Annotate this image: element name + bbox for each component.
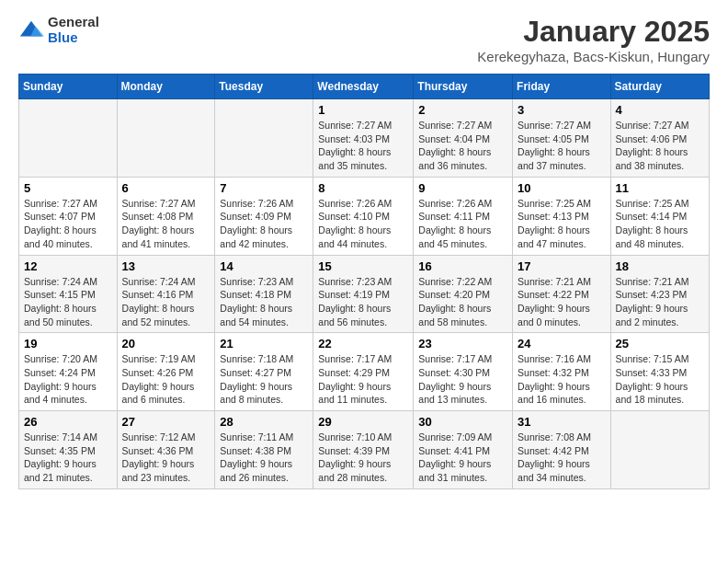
day-number: 30 xyxy=(418,415,507,429)
calendar-cell: 4Sunrise: 7:27 AM Sunset: 4:06 PM Daylig… xyxy=(610,99,709,178)
day-number: 20 xyxy=(122,337,210,350)
day-info: Sunrise: 7:27 AM Sunset: 4:03 PM Dayligh… xyxy=(318,119,408,173)
day-info: Sunrise: 7:27 AM Sunset: 4:08 PM Dayligh… xyxy=(122,197,210,251)
calendar-cell xyxy=(19,99,118,178)
day-number: 19 xyxy=(24,337,112,350)
day-info: Sunrise: 7:22 AM Sunset: 4:20 PM Dayligh… xyxy=(418,275,507,329)
weekday-header-row: SundayMondayTuesdayWednesdayThursdayFrid… xyxy=(19,75,710,99)
calendar-week-3: 12Sunrise: 7:24 AM Sunset: 4:15 PM Dayli… xyxy=(19,255,710,333)
day-number: 27 xyxy=(122,415,210,429)
day-info: Sunrise: 7:24 AM Sunset: 4:16 PM Dayligh… xyxy=(122,275,210,329)
month-title: January 2025 xyxy=(477,15,710,49)
day-number: 11 xyxy=(616,181,704,195)
day-info: Sunrise: 7:12 AM Sunset: 4:36 PM Dayligh… xyxy=(122,431,210,485)
header: General Blue January 2025 Kerekegyhaza, … xyxy=(18,15,710,64)
weekday-header-wednesday: Wednesday xyxy=(313,75,414,99)
day-number: 5 xyxy=(24,181,112,195)
logo-icon xyxy=(18,17,44,43)
calendar-cell: 24Sunrise: 7:16 AM Sunset: 4:32 PM Dayli… xyxy=(513,333,611,411)
day-info: Sunrise: 7:24 AM Sunset: 4:15 PM Dayligh… xyxy=(24,275,112,329)
day-info: Sunrise: 7:09 AM Sunset: 4:41 PM Dayligh… xyxy=(418,431,507,485)
calendar-cell: 30Sunrise: 7:09 AM Sunset: 4:41 PM Dayli… xyxy=(414,411,513,489)
calendar-cell: 10Sunrise: 7:25 AM Sunset: 4:13 PM Dayli… xyxy=(513,177,611,255)
calendar-cell: 11Sunrise: 7:25 AM Sunset: 4:14 PM Dayli… xyxy=(610,177,709,255)
calendar-cell: 3Sunrise: 7:27 AM Sunset: 4:05 PM Daylig… xyxy=(513,99,611,178)
calendar-body: 1Sunrise: 7:27 AM Sunset: 4:03 PM Daylig… xyxy=(19,99,710,489)
calendar-cell: 21Sunrise: 7:18 AM Sunset: 4:27 PM Dayli… xyxy=(215,333,313,411)
day-info: Sunrise: 7:11 AM Sunset: 4:38 PM Dayligh… xyxy=(220,431,308,485)
weekday-header-friday: Friday xyxy=(513,75,611,99)
calendar-week-1: 1Sunrise: 7:27 AM Sunset: 4:03 PM Daylig… xyxy=(19,99,710,178)
day-info: Sunrise: 7:23 AM Sunset: 4:18 PM Dayligh… xyxy=(220,275,308,329)
calendar-cell: 29Sunrise: 7:10 AM Sunset: 4:39 PM Dayli… xyxy=(313,411,414,489)
calendar-table: SundayMondayTuesdayWednesdayThursdayFrid… xyxy=(18,74,710,489)
calendar-cell: 8Sunrise: 7:26 AM Sunset: 4:10 PM Daylig… xyxy=(313,177,414,255)
day-number: 4 xyxy=(616,103,704,117)
day-info: Sunrise: 7:21 AM Sunset: 4:22 PM Dayligh… xyxy=(518,275,606,329)
day-info: Sunrise: 7:17 AM Sunset: 4:29 PM Dayligh… xyxy=(318,352,408,407)
day-info: Sunrise: 7:25 AM Sunset: 4:14 PM Dayligh… xyxy=(616,197,704,251)
day-number: 25 xyxy=(616,337,704,350)
calendar-cell: 27Sunrise: 7:12 AM Sunset: 4:36 PM Dayli… xyxy=(117,411,215,489)
day-number: 28 xyxy=(220,415,308,429)
calendar-cell: 5Sunrise: 7:27 AM Sunset: 4:07 PM Daylig… xyxy=(19,177,118,255)
day-number: 3 xyxy=(518,103,606,117)
calendar-cell xyxy=(117,99,215,178)
calendar-week-4: 19Sunrise: 7:20 AM Sunset: 4:24 PM Dayli… xyxy=(19,333,710,411)
calendar-cell: 7Sunrise: 7:26 AM Sunset: 4:09 PM Daylig… xyxy=(215,177,313,255)
day-info: Sunrise: 7:27 AM Sunset: 4:05 PM Dayligh… xyxy=(518,119,606,173)
calendar-cell: 20Sunrise: 7:19 AM Sunset: 4:26 PM Dayli… xyxy=(117,333,215,411)
logo-blue-text: Blue xyxy=(48,30,99,46)
location-title: Kerekegyhaza, Bacs-Kiskun, Hungary xyxy=(477,49,710,64)
calendar-cell xyxy=(610,411,709,489)
day-info: Sunrise: 7:19 AM Sunset: 4:26 PM Dayligh… xyxy=(122,352,210,407)
calendar-cell: 23Sunrise: 7:17 AM Sunset: 4:30 PM Dayli… xyxy=(414,333,513,411)
logo-general-text: General xyxy=(48,15,99,30)
calendar-cell: 15Sunrise: 7:23 AM Sunset: 4:19 PM Dayli… xyxy=(313,255,414,333)
day-number: 6 xyxy=(122,181,210,195)
weekday-header-tuesday: Tuesday xyxy=(215,75,313,99)
day-number: 24 xyxy=(518,337,606,350)
day-number: 8 xyxy=(318,181,408,195)
day-number: 1 xyxy=(318,103,408,117)
day-info: Sunrise: 7:15 AM Sunset: 4:33 PM Dayligh… xyxy=(616,352,704,407)
day-number: 21 xyxy=(220,337,308,350)
day-info: Sunrise: 7:27 AM Sunset: 4:07 PM Dayligh… xyxy=(24,197,112,251)
calendar-cell: 19Sunrise: 7:20 AM Sunset: 4:24 PM Dayli… xyxy=(19,333,118,411)
day-info: Sunrise: 7:16 AM Sunset: 4:32 PM Dayligh… xyxy=(518,352,606,407)
day-number: 2 xyxy=(418,103,507,117)
calendar-cell: 14Sunrise: 7:23 AM Sunset: 4:18 PM Dayli… xyxy=(215,255,313,333)
calendar-cell: 26Sunrise: 7:14 AM Sunset: 4:35 PM Dayli… xyxy=(19,411,118,489)
day-number: 7 xyxy=(220,181,308,195)
day-info: Sunrise: 7:26 AM Sunset: 4:11 PM Dayligh… xyxy=(418,197,507,251)
calendar-cell: 28Sunrise: 7:11 AM Sunset: 4:38 PM Dayli… xyxy=(215,411,313,489)
day-info: Sunrise: 7:25 AM Sunset: 4:13 PM Dayligh… xyxy=(518,197,606,251)
calendar-week-2: 5Sunrise: 7:27 AM Sunset: 4:07 PM Daylig… xyxy=(19,177,710,255)
day-number: 23 xyxy=(418,337,507,350)
day-info: Sunrise: 7:08 AM Sunset: 4:42 PM Dayligh… xyxy=(518,431,606,485)
calendar-cell: 1Sunrise: 7:27 AM Sunset: 4:03 PM Daylig… xyxy=(313,99,414,178)
calendar-cell xyxy=(215,99,313,178)
day-number: 12 xyxy=(24,259,112,273)
day-number: 16 xyxy=(418,259,507,273)
calendar-cell: 17Sunrise: 7:21 AM Sunset: 4:22 PM Dayli… xyxy=(513,255,611,333)
day-info: Sunrise: 7:21 AM Sunset: 4:23 PM Dayligh… xyxy=(616,275,704,329)
calendar-cell: 2Sunrise: 7:27 AM Sunset: 4:04 PM Daylig… xyxy=(414,99,513,178)
calendar-cell: 12Sunrise: 7:24 AM Sunset: 4:15 PM Dayli… xyxy=(19,255,118,333)
calendar-cell: 31Sunrise: 7:08 AM Sunset: 4:42 PM Dayli… xyxy=(513,411,611,489)
day-number: 17 xyxy=(518,259,606,273)
calendar-week-5: 26Sunrise: 7:14 AM Sunset: 4:35 PM Dayli… xyxy=(19,411,710,489)
day-number: 18 xyxy=(616,259,704,273)
day-info: Sunrise: 7:27 AM Sunset: 4:06 PM Dayligh… xyxy=(616,119,704,173)
day-number: 9 xyxy=(418,181,507,195)
calendar-cell: 25Sunrise: 7:15 AM Sunset: 4:33 PM Dayli… xyxy=(610,333,709,411)
day-info: Sunrise: 7:23 AM Sunset: 4:19 PM Dayligh… xyxy=(318,275,408,329)
day-info: Sunrise: 7:18 AM Sunset: 4:27 PM Dayligh… xyxy=(220,352,308,407)
day-number: 22 xyxy=(318,337,408,350)
calendar-cell: 22Sunrise: 7:17 AM Sunset: 4:29 PM Dayli… xyxy=(313,333,414,411)
day-info: Sunrise: 7:26 AM Sunset: 4:10 PM Dayligh… xyxy=(318,197,408,251)
day-number: 14 xyxy=(220,259,308,273)
day-info: Sunrise: 7:20 AM Sunset: 4:24 PM Dayligh… xyxy=(24,352,112,407)
day-number: 26 xyxy=(24,415,112,429)
title-area: January 2025 Kerekegyhaza, Bacs-Kiskun, … xyxy=(477,15,710,64)
